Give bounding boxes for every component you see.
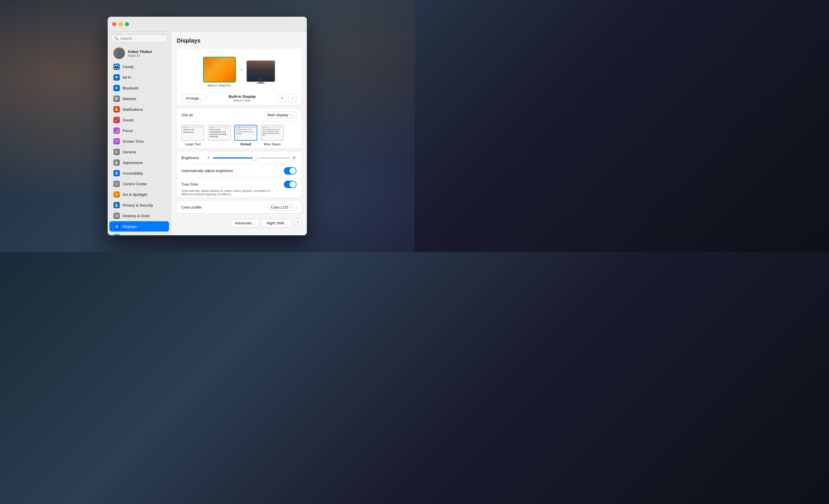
displays-controls: + ✓ [278, 94, 296, 102]
sidebar-label-controlcenter: Control Center [122, 182, 147, 186]
brightness-high-icon: ☀ [292, 155, 296, 161]
builtin-monitor[interactable] [246, 61, 275, 82]
maximize-button[interactable] [125, 22, 129, 26]
true-tone-top: True Tone [181, 181, 296, 188]
res-preview-more-space[interactable]: Here is the only one who can see things … [261, 125, 284, 141]
use-as-card: Use as Main display ⌃⌄ [177, 109, 301, 148]
resolution-option-2[interactable]: Here's to the troublemakers. The ones wh… [208, 125, 231, 146]
sidebar-label-network: Network [122, 96, 137, 101]
color-profile-label: Color profile [181, 205, 202, 209]
help-button[interactable]: ? [294, 219, 301, 226]
night-shift-button[interactable]: Night Shift... [262, 219, 292, 227]
sidebar-item-wifi[interactable]: Wi-Fi [109, 72, 169, 83]
wifi-icon [113, 74, 120, 81]
sidebar-item-privacy[interactable]: ✋Privacy & Security [109, 200, 169, 210]
res-label-more-space: More Space [264, 143, 281, 146]
res-label-default: Default [240, 143, 251, 146]
display-chevron-button[interactable]: ✓ [288, 94, 296, 102]
displays-icon: 🖥 [113, 223, 120, 230]
arrange-button[interactable]: Arrange... [181, 94, 206, 102]
brightness-thumb[interactable] [252, 155, 258, 160]
sidebar-item-controlcenter[interactable]: ⊟Control Center [109, 179, 169, 189]
close-button[interactable] [112, 22, 116, 26]
res-preview-larger[interactable]: Here's to the troublemak... [181, 125, 204, 141]
sidebar-label-appearance: Appearance [122, 160, 143, 165]
sidebar-label-wallpaper: Wallpaper [122, 235, 139, 236]
user-name: Ankur Thakur [128, 49, 152, 54]
advanced-button[interactable]: Advanced... [230, 219, 260, 227]
color-profile-card: Color profile Color LCD ⌃⌄ [177, 201, 301, 213]
brightness-low-icon: ☀ [207, 156, 210, 160]
general-icon: ⚙ [113, 149, 120, 155]
search-box[interactable]: 🔍 [111, 35, 167, 42]
use-as-chevron-icon: ⌃⌄ [289, 113, 294, 117]
use-as-label: Use as [181, 113, 193, 117]
auto-brightness-row: Automatically adjust brightness [177, 164, 301, 178]
sidebar-label-general: General [122, 150, 136, 154]
displays-bottom-bar: Arrange... Built-in Display Ankur's Mac … [181, 94, 296, 102]
sidebar-item-general[interactable]: ⚙General [109, 147, 169, 157]
sidebar-item-accessibility[interactable]: ♿Accessibility [109, 168, 169, 178]
desktop-icon: 🖥 [113, 212, 120, 219]
sidebar-label-wifi: Wi-Fi [122, 75, 131, 80]
bluetooth-icon: B [113, 85, 120, 91]
sidebar-item-screentime[interactable]: ⏱Screen Time [109, 136, 169, 146]
sidebar-items-list: 👨‍👩‍👧FamilyWi-FiBBluetoothNetwork🔔Notifi… [108, 61, 171, 235]
true-tone-description: Automatically adapt display to make colo… [181, 189, 279, 196]
auto-brightness-toggle[interactable] [284, 167, 296, 175]
true-tone-row: True Tone Automatically adapt display to… [177, 178, 301, 198]
sidebar-item-network[interactable]: Network [109, 93, 169, 104]
sidebar-item-family[interactable]: 👨‍👩‍👧Family [109, 62, 169, 72]
avatar: 👤 [113, 47, 125, 59]
sidebar-item-focus[interactable]: 🌙Focus [109, 125, 169, 136]
sidebar-label-bluetooth: Bluetooth [122, 86, 139, 90]
resolution-default[interactable]: Troublemakers. The ones who see the rule… [234, 125, 257, 146]
sidebar-item-desktop[interactable]: 🖥Desktop & Dock [109, 210, 169, 221]
appearance-icon: ◐ [113, 159, 120, 166]
minimize-button[interactable] [118, 22, 122, 26]
brightness-slider[interactable] [213, 157, 290, 158]
true-tone-toggle[interactable] [284, 181, 296, 188]
user-profile[interactable]: 👤 Ankur Thakur Apple ID [109, 45, 169, 61]
privacy-icon: ✋ [113, 202, 120, 208]
screentime-icon: ⏱ [113, 138, 120, 145]
sidebar-label-sound: Sound [122, 118, 134, 122]
sidebar-item-wallpaper[interactable]: 🏔Wallpaper [109, 232, 169, 235]
ipad-monitor[interactable] [203, 57, 236, 83]
sidebar-item-notifications[interactable]: 🔔Notifications [109, 104, 169, 115]
user-subtitle: Apple ID [128, 54, 152, 57]
sound-icon: 🔊 [113, 117, 120, 123]
focus-icon: 🌙 [113, 127, 120, 134]
brightness-label: Brightness [181, 156, 204, 160]
use-as-row: Use as Main display ⌃⌄ [177, 109, 301, 121]
resolution-larger-text[interactable]: Here's to the troublemak... Larger Text [181, 125, 204, 146]
builtin-info: Built-in Display Ankur's Mac [206, 94, 278, 102]
sidebar-item-sound[interactable]: 🔊Sound [109, 115, 169, 125]
use-as-value: Main display [267, 113, 288, 117]
sidebar-item-appearance[interactable]: ◐Appearance [109, 157, 169, 168]
page-title: Displays [177, 37, 301, 44]
add-display-button[interactable]: + [278, 94, 286, 102]
resolution-more-space[interactable]: Here is the only one who can see things … [261, 125, 284, 146]
sidebar-label-accessibility: Accessibility [122, 171, 143, 176]
ipad-label: Ankur's iPad Pro [208, 84, 231, 87]
color-profile-dropdown[interactable]: Color LCD ⌃⌄ [268, 204, 296, 210]
sidebar-label-family: Family [122, 65, 134, 69]
accessibility-icon: ♿ [113, 170, 120, 176]
res-preview-default[interactable]: Troublemakers. The ones who see the rule… [234, 125, 257, 141]
color-profile-value: Color LCD [271, 205, 288, 209]
sidebar-label-desktop: Desktop & Dock [122, 214, 149, 218]
sidebar-item-displays[interactable]: 🖥Displays [109, 221, 169, 232]
search-icon: 🔍 [114, 37, 118, 41]
auto-brightness-label: Automatically adjust brightness [181, 168, 233, 173]
sidebar-item-bluetooth[interactable]: BBluetooth [109, 83, 169, 93]
res-preview-2[interactable]: Here's to the troublemakers. The ones wh… [208, 125, 231, 141]
sidebar-label-siri: Siri & Spotlight [122, 192, 147, 197]
arrow-right-icon: → [238, 66, 244, 78]
builtin-display-name: Built-in Display [206, 94, 278, 99]
sidebar-item-siri[interactable]: ✦Siri & Spotlight [109, 189, 169, 200]
true-tone-label: True Tone [181, 182, 198, 186]
use-as-dropdown[interactable]: Main display ⌃⌄ [265, 112, 296, 118]
sidebar-label-notifications: Notifications [122, 107, 143, 112]
search-input[interactable] [120, 36, 164, 41]
